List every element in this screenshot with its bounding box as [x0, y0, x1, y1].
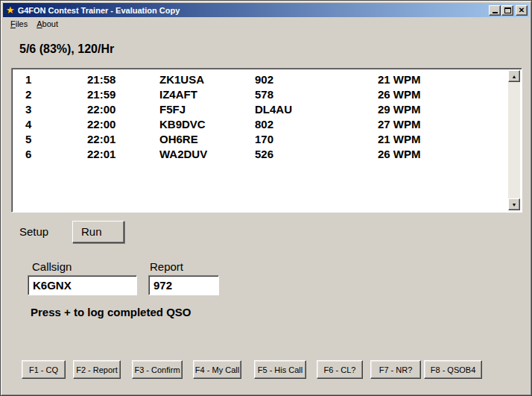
f8-qsob4-button[interactable]: F8 - QSOB4 — [424, 360, 482, 379]
f7-nr-button[interactable]: F7 - NR? — [370, 360, 421, 379]
tab-run[interactable]: Run — [72, 221, 124, 243]
log-row-number: 4 — [25, 117, 31, 132]
scrollbar-track[interactable] — [508, 82, 520, 198]
log-qso-hint: Press + to log completed QSO — [31, 306, 191, 318]
log-row-wpm: 26 WPM — [378, 147, 421, 162]
log-row[interactable]: 2 21:59 IZ4AFT 578 26 WPM — [13, 87, 508, 102]
log-row-exchange: DL4AU — [255, 102, 292, 117]
callsign-input[interactable] — [28, 275, 137, 295]
score-status: 5/6 (83%), 120/Hr — [19, 43, 114, 56]
log-row-number: 1 — [25, 72, 31, 87]
maximize-button[interactable] — [501, 5, 513, 16]
menubar: Files About — [3, 17, 529, 31]
minimize-button[interactable] — [489, 5, 501, 16]
minimize-icon — [493, 12, 498, 13]
qso-log-list[interactable]: 1 21:58 ZK1USA 902 21 WPM 2 21:59 IZ4AFT… — [11, 68, 522, 213]
report-label: Report — [150, 260, 183, 273]
menu-about[interactable]: About — [32, 18, 63, 30]
log-row-wpm: 21 WPM — [378, 72, 421, 87]
log-row[interactable]: 4 22:00 KB9DVC 802 27 WPM — [13, 117, 508, 132]
log-row-wpm: 27 WPM — [378, 117, 421, 132]
qso-log-rows: 1 21:58 ZK1USA 902 21 WPM 2 21:59 IZ4AFT… — [13, 70, 508, 210]
log-row-time: 22:01 — [87, 147, 115, 162]
f1-cq-button[interactable]: F1 - CQ — [22, 360, 66, 379]
log-row-exchange: 578 — [255, 87, 273, 102]
app-star-icon: ★ — [6, 5, 15, 15]
close-button[interactable]: ✕ — [516, 5, 528, 16]
titlebar[interactable]: ★ G4FON Contest Trainer - Evaluation Cop… — [3, 3, 529, 17]
log-row-number: 6 — [25, 147, 31, 162]
f2-report-button[interactable]: F2 - Report — [73, 360, 121, 379]
log-row-wpm: 29 WPM — [378, 102, 421, 117]
caption-buttons: ✕ — [488, 5, 528, 16]
f4-my-call-button[interactable]: F4 - My Call — [193, 360, 241, 379]
log-row-number: 2 — [25, 87, 31, 102]
log-row-number: 5 — [25, 132, 31, 147]
log-row-time: 21:59 — [87, 87, 115, 102]
f3-confirm-button[interactable]: F3 - Confirm — [132, 360, 183, 379]
tab-setup[interactable]: Setup — [19, 225, 48, 238]
maximize-icon — [504, 7, 511, 13]
log-row-wpm: 21 WPM — [378, 132, 421, 147]
log-row-callsign: OH6RE — [159, 132, 198, 147]
report-input[interactable] — [148, 275, 219, 295]
log-row-exchange: 526 — [255, 147, 273, 162]
log-row-callsign: IZ4AFT — [159, 87, 197, 102]
log-row-time: 22:00 — [87, 102, 115, 117]
app-window: ★ G4FON Contest Trainer - Evaluation Cop… — [0, 0, 532, 396]
log-row-wpm: 26 WPM — [378, 87, 421, 102]
f5-his-call-button[interactable]: F5 - His Call — [254, 360, 306, 379]
scroll-up-icon: ▲ — [512, 74, 517, 79]
log-row-number: 3 — [25, 102, 31, 117]
close-icon: ✕ — [519, 7, 525, 14]
log-row-time: 21:58 — [87, 72, 115, 87]
log-row-exchange: 170 — [255, 132, 273, 147]
log-row-callsign: ZK1USA — [159, 72, 204, 87]
log-row[interactable]: 3 22:00 F5FJ DL4AU 29 WPM — [13, 102, 508, 117]
log-row-callsign: WA2DUV — [159, 147, 207, 162]
scroll-down-icon: ▼ — [512, 202, 517, 207]
log-row-exchange: 902 — [255, 72, 273, 87]
scroll-up-button[interactable]: ▲ — [508, 70, 520, 82]
log-row-exchange: 802 — [255, 117, 273, 132]
window-title: G4FON Contest Trainer - Evaluation Copy — [18, 6, 488, 15]
scroll-down-button[interactable]: ▼ — [508, 198, 520, 210]
log-row[interactable]: 6 22:01 WA2DUV 526 26 WPM — [13, 147, 508, 162]
log-row-time: 22:01 — [87, 132, 115, 147]
log-row-callsign: F5FJ — [159, 102, 186, 117]
log-row-callsign: KB9DVC — [159, 117, 206, 132]
log-row[interactable]: 1 21:58 ZK1USA 902 21 WPM — [13, 72, 508, 87]
vertical-scrollbar[interactable]: ▲ ▼ — [508, 70, 520, 210]
log-row[interactable]: 5 22:01 OH6RE 170 21 WPM — [13, 132, 508, 147]
log-row-time: 22:00 — [87, 117, 115, 132]
menu-files[interactable]: Files — [6, 18, 32, 30]
f6-cl-button[interactable]: F6 - CL? — [317, 360, 363, 379]
callsign-label: Callsign — [32, 260, 72, 273]
